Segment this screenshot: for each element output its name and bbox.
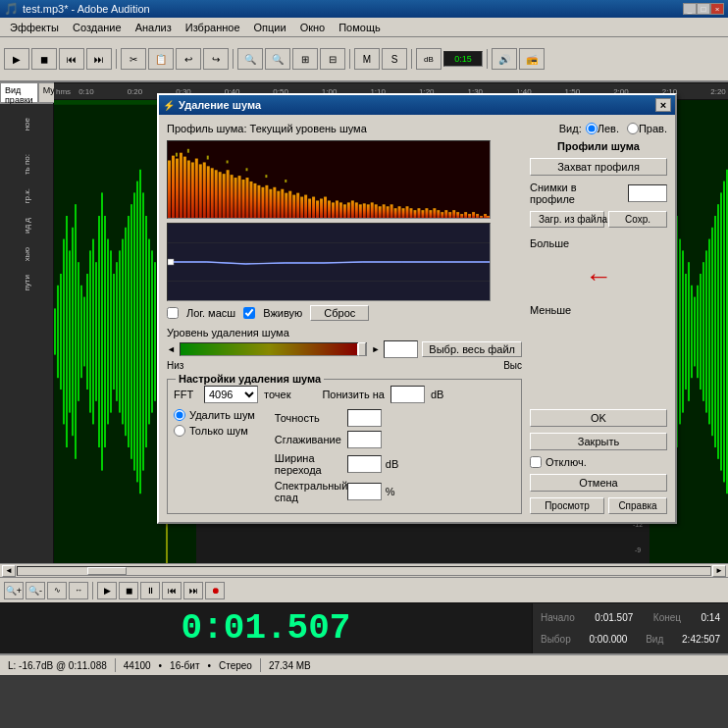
- only-noise-label[interactable]: Только шум: [174, 425, 255, 437]
- precision-row: Точность 7: [275, 409, 398, 427]
- svg-rect-122: [324, 197, 327, 218]
- select-all-btn[interactable]: Выбр. весь файл: [422, 341, 522, 357]
- scroll-right-btn[interactable]: ►: [712, 565, 726, 577]
- toolbar-btn-4[interactable]: ⏭: [86, 48, 112, 70]
- precision-input[interactable]: 7: [347, 409, 382, 427]
- svg-rect-132: [363, 203, 366, 218]
- off-checkbox[interactable]: [530, 456, 542, 468]
- toolbar-btn-8[interactable]: ↪: [203, 48, 229, 70]
- menu-help[interactable]: Помощь: [333, 20, 387, 35]
- toolbar-btn-15[interactable]: dB: [416, 48, 442, 70]
- svg-rect-100: [238, 176, 241, 218]
- play-btn[interactable]: ▶: [97, 582, 117, 599]
- log-scale-checkbox[interactable]: [167, 307, 179, 319]
- toolbar-btn-9[interactable]: 🔍: [237, 48, 263, 70]
- svg-rect-17: [101, 192, 103, 470]
- dialog-close-btn[interactable]: ×: [655, 98, 671, 112]
- svg-rect-25: [125, 228, 127, 436]
- toolbar-btn-6[interactable]: 📋: [148, 48, 174, 70]
- toolbar-btn-1[interactable]: ▶: [4, 48, 29, 70]
- svg-rect-19: [107, 239, 109, 425]
- fft-select[interactable]: 4096 2048 1024 512: [204, 386, 258, 403]
- status-bit-depth: 16-бит: [170, 660, 199, 671]
- toolbar-btn-11[interactable]: ⊞: [292, 48, 318, 70]
- smoothing-input[interactable]: 1: [347, 431, 382, 448]
- menu-window[interactable]: Окно: [294, 20, 332, 35]
- reduce-input[interactable]: 40: [390, 386, 425, 403]
- live-checkbox[interactable]: [243, 307, 255, 319]
- scroll-left-btn[interactable]: ◄: [2, 565, 16, 577]
- svg-rect-106: [261, 187, 264, 218]
- spectral-input[interactable]: 65: [347, 483, 382, 500]
- toolbar-btn-7[interactable]: ↩: [176, 48, 201, 70]
- zoom-full-btn[interactable]: ↔: [69, 582, 88, 599]
- capture-profile-btn[interactable]: Захват профиля: [530, 158, 667, 176]
- toolbar-btn-5[interactable]: ✂: [121, 48, 146, 70]
- toolbar-btn-13[interactable]: M: [354, 48, 380, 70]
- zoom-out-btn[interactable]: 🔍-: [26, 582, 45, 599]
- toolbar-btn-2[interactable]: ◼: [31, 48, 57, 70]
- minimize-btn[interactable]: _: [683, 3, 697, 15]
- pause-btn[interactable]: ⏸: [140, 582, 160, 599]
- svg-rect-94: [215, 170, 218, 218]
- toolbar-btn-12[interactable]: ⊟: [320, 48, 345, 70]
- svg-rect-135: [375, 204, 378, 218]
- high-label: Выс: [503, 360, 522, 371]
- horizontal-scrollbar[interactable]: ◄ ►: [0, 563, 728, 577]
- svg-rect-21: [113, 274, 115, 390]
- svg-rect-139: [390, 204, 393, 218]
- status-sep-4: [260, 658, 261, 672]
- panel-label-6: пути: [23, 275, 31, 290]
- toolbar-btn-10[interactable]: 🔍: [265, 48, 290, 70]
- save-btn[interactable]: Сохр.: [608, 211, 667, 228]
- svg-rect-69: [694, 297, 696, 367]
- svg-rect-157: [460, 214, 463, 218]
- snapshots-input[interactable]: 4000: [628, 184, 667, 202]
- menu-options[interactable]: Опции: [248, 20, 292, 35]
- reset-btn[interactable]: Сброс: [310, 305, 369, 321]
- toolbar-btn-16[interactable]: 🔊: [492, 48, 517, 70]
- load-btn[interactable]: Загр. из файла: [530, 211, 604, 228]
- maximize-btn[interactable]: □: [697, 3, 710, 15]
- menu-create[interactable]: Создание: [67, 20, 128, 35]
- right-radio-label: Прав.: [639, 123, 667, 134]
- noise-slider-track[interactable]: [180, 342, 368, 356]
- left-radio-label: Лев.: [598, 123, 619, 134]
- toolbar-btn-14[interactable]: S: [382, 48, 407, 70]
- rewind-btn[interactable]: ⏮: [162, 582, 182, 599]
- ok-btn[interactable]: OK: [530, 409, 667, 427]
- zoom-waveform-btn[interactable]: ∿: [47, 582, 67, 599]
- noise-slider-thumb[interactable]: [358, 342, 366, 356]
- fastfwd-btn[interactable]: ⏭: [183, 582, 203, 599]
- noise-level-label: Уровень удаления шума: [167, 327, 289, 338]
- remove-noise-radio[interactable]: [174, 409, 185, 421]
- svg-rect-24: [122, 239, 124, 425]
- slider-value-input[interactable]: 100: [384, 340, 418, 358]
- transition-input[interactable]: 0: [347, 455, 382, 473]
- radio-left[interactable]: [586, 123, 598, 134]
- menu-analyze[interactable]: Анализ: [130, 20, 178, 35]
- svg-rect-149: [429, 210, 432, 218]
- scrollbar-track[interactable]: [17, 566, 711, 576]
- only-noise-radio[interactable]: [174, 425, 185, 437]
- svg-rect-160: [472, 212, 475, 218]
- help-btn[interactable]: Справка: [608, 497, 667, 514]
- cancel-btn[interactable]: Отмена: [530, 474, 667, 492]
- svg-rect-159: [468, 214, 471, 218]
- close-btn[interactable]: ×: [710, 3, 724, 15]
- stop-btn[interactable]: ◼: [119, 582, 138, 599]
- scrollbar-thumb[interactable]: [87, 567, 127, 575]
- toolbar-btn-3[interactable]: ⏮: [59, 48, 84, 70]
- menu-effects[interactable]: Эффекты: [4, 20, 65, 35]
- tab-edit[interactable]: Вид правки: [0, 82, 38, 103]
- menu-favorites[interactable]: Избранное: [180, 20, 246, 35]
- slider-labels: Низ Выс: [167, 360, 522, 371]
- zoom-in-btn[interactable]: 🔍+: [4, 582, 24, 599]
- close-dialog-btn[interactable]: Закрыть: [530, 433, 667, 450]
- radio-right[interactable]: [627, 123, 639, 134]
- reduce-label: Понизить на: [322, 389, 384, 400]
- record-btn[interactable]: ⏺: [205, 582, 225, 599]
- remove-noise-label[interactable]: Удалить шум: [174, 409, 255, 421]
- toolbar-btn-17[interactable]: 📻: [519, 48, 545, 70]
- preview-btn[interactable]: Просмотр: [530, 497, 604, 514]
